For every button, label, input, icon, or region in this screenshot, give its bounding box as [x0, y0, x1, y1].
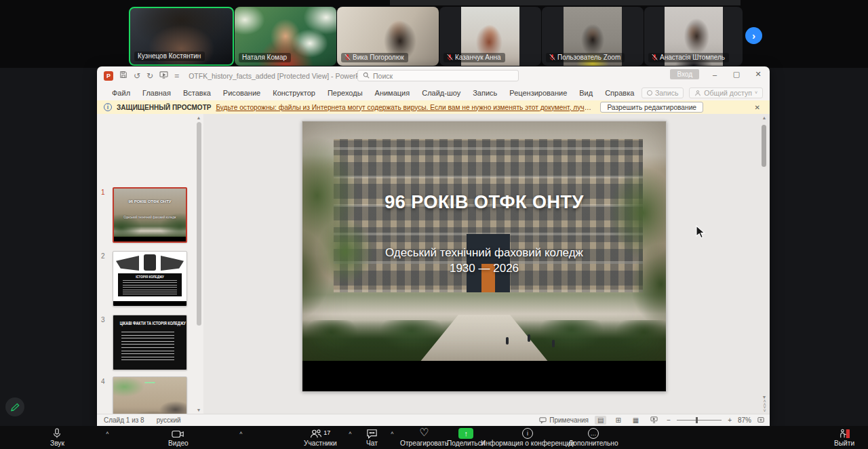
audio-button[interactable]: Звук: [50, 427, 64, 447]
thumb2-heading: ІСТОРІЯ КОЛЕДЖУ: [118, 275, 182, 279]
participant-name: Казанчук Анна: [455, 54, 501, 61]
participants-chevron[interactable]: ˄: [349, 430, 352, 436]
tab-home[interactable]: Главная: [136, 89, 177, 97]
tab-transitions[interactable]: Переходы: [321, 89, 369, 97]
video-options-chevron[interactable]: ˄: [239, 430, 243, 436]
save-icon[interactable]: [119, 71, 127, 81]
tab-design[interactable]: Конструктор: [267, 89, 321, 97]
leave-meeting-button[interactable]: Выйти: [834, 427, 854, 447]
participants-label: Участники: [304, 440, 337, 447]
scroll-up-icon[interactable]: ▲: [760, 115, 768, 120]
participant-name: Пользователь Zoom: [557, 54, 620, 61]
muted-mic-icon: [549, 54, 555, 61]
share-screen-icon: ↑: [458, 428, 473, 439]
thumb2-emblem-right: [161, 256, 184, 271]
thumb-scrollbar[interactable]: [197, 122, 201, 326]
slide-thumbnail-2[interactable]: ІСТОРІЯ КОЛЕДЖУ: [113, 251, 187, 307]
tab-animations[interactable]: Анимация: [369, 89, 416, 97]
search-input[interactable]: Поиск: [357, 70, 519, 81]
slide-sorter-icon[interactable]: ⊞: [612, 416, 623, 425]
participant-tile[interactable]: Вика Погоролюк: [337, 7, 439, 66]
notes-toggle[interactable]: Примечания: [539, 416, 589, 424]
window-title: OTFK_history_facts_added [Protected View…: [189, 72, 372, 80]
participant-nametag: Наталя Комар: [239, 53, 291, 62]
zoom-out-icon[interactable]: −: [667, 416, 671, 424]
react-button[interactable]: ♡ Отреагировать: [400, 427, 448, 447]
record-button[interactable]: Запись: [642, 87, 684, 98]
start-slideshow-icon[interactable]: [159, 71, 168, 81]
slide-thumbnail-panel: 1 96 РОКІВ ОТФК ОНТУ Одеський технічний …: [97, 114, 203, 414]
meeting-info-button[interactable]: i Информация о конференции: [483, 427, 572, 447]
dismiss-bar-icon[interactable]: ✕: [755, 104, 763, 111]
customize-qat-icon[interactable]: =: [174, 71, 179, 81]
protected-view-message[interactable]: Будьте осторожны: файлы из Интернета мог…: [216, 104, 595, 111]
normal-view-icon[interactable]: ▤: [595, 416, 606, 425]
canvas-scrollbar[interactable]: ▲ ▼ ˄˄ ˅˅: [760, 115, 768, 412]
tab-file[interactable]: Файл: [106, 89, 136, 97]
tab-record[interactable]: Запись: [467, 89, 503, 97]
thumb2-emblem-center: [144, 254, 156, 271]
info-icon: i: [522, 428, 533, 439]
thumb1-bar: [114, 237, 186, 241]
chat-chevron[interactable]: ˄: [391, 430, 394, 436]
pencil-icon: [10, 402, 20, 412]
participant-tile[interactable]: Пользователь Zoom: [542, 7, 644, 66]
tab-slideshow[interactable]: Слайд-шоу: [416, 89, 467, 97]
reading-view-icon[interactable]: ▦: [630, 416, 642, 425]
participant-nametag: Казанчук Анна: [443, 53, 505, 62]
powerpoint-logo-icon: P: [104, 71, 113, 81]
thumb-scroll-down-icon[interactable]: ▼: [196, 408, 201, 412]
fit-to-window-icon[interactable]: [757, 416, 764, 425]
tab-draw[interactable]: Рисование: [217, 89, 267, 97]
slide-thumbnail-3[interactable]: ЦІКАВІ ФАКТИ ТА ІСТОРІЯ КОЛЕДЖУ: [113, 315, 187, 370]
chat-button[interactable]: Чат: [366, 427, 378, 447]
participants-button[interactable]: 17 Участники: [304, 427, 337, 447]
camera-icon: [172, 427, 184, 439]
sign-in-button[interactable]: Вход: [670, 69, 699, 79]
search-icon: [363, 72, 370, 80]
audio-options-chevron[interactable]: ˄: [106, 430, 109, 436]
tab-insert[interactable]: Вставка: [177, 89, 217, 97]
ribbon-right-actions: Запись Общий доступ ˅: [642, 85, 763, 100]
chevron-right-icon: ›: [752, 30, 755, 41]
thumb3-textlines: [121, 332, 174, 363]
close-button[interactable]: ✕: [752, 70, 764, 79]
video-button[interactable]: Видео: [168, 427, 189, 447]
next-slide-icon[interactable]: ˅˅: [763, 406, 765, 412]
thumb3-heading: ЦІКАВІ ФАКТИ ТА ІСТОРІЯ КОЛЕДЖУ: [120, 321, 180, 326]
redo-icon[interactable]: ↻: [146, 71, 153, 81]
more-button[interactable]: … Дополнительно: [568, 427, 618, 447]
maximize-button[interactable]: ▢: [730, 70, 743, 79]
enable-editing-button[interactable]: Разрешить редактирование: [600, 102, 703, 113]
zoom-slider[interactable]: [677, 420, 722, 421]
minimize-button[interactable]: –: [709, 71, 721, 79]
zoom-percent[interactable]: 87%: [738, 416, 751, 424]
scrollbar-thumb[interactable]: [762, 125, 766, 167]
tab-view[interactable]: Вид: [573, 89, 599, 97]
tab-review[interactable]: Рецензирование: [503, 89, 573, 97]
record-label: Запись: [655, 89, 678, 97]
more-label: Дополнительно: [568, 440, 618, 447]
thumb-scroll-up-icon[interactable]: ▲: [196, 115, 201, 120]
undo-icon[interactable]: ↺: [134, 71, 140, 81]
zoom-slider-thumb[interactable]: [696, 417, 698, 423]
share-button[interactable]: Общий доступ ˅: [689, 87, 763, 98]
annotate-button[interactable]: [5, 397, 24, 416]
participant-tile[interactable]: Кузнецов Костянтин: [129, 7, 234, 66]
language-indicator[interactable]: русский: [157, 416, 181, 424]
participant-tile[interactable]: Казанчук Анна: [439, 7, 541, 66]
next-participants-button[interactable]: ›: [745, 27, 762, 44]
participant-tile[interactable]: Наталя Комар: [235, 7, 336, 66]
tab-help[interactable]: Справка: [599, 89, 640, 97]
protected-view-bar: i ЗАЩИЩЕННЫЙ ПРОСМОТР Будьте осторожны: …: [97, 100, 770, 114]
chevron-down-icon: ˅: [755, 90, 757, 95]
participant-tile[interactable]: Анастасія Штомпель: [644, 7, 743, 66]
share-icon: [694, 90, 701, 96]
zoom-in-icon[interactable]: +: [728, 416, 732, 424]
slide-thumbnail-1[interactable]: 96 РОКІВ ОТФК ОНТУ Одеський технічний фа…: [113, 187, 187, 243]
notes-label: Примечания: [549, 416, 589, 424]
slide-number: 4: [101, 378, 111, 385]
share-screen-button[interactable]: ↑ Поделиться: [447, 427, 485, 447]
slideshow-view-icon[interactable]: [648, 416, 660, 425]
slide-thumbnail-4[interactable]: ▬▬▬: [113, 376, 187, 414]
